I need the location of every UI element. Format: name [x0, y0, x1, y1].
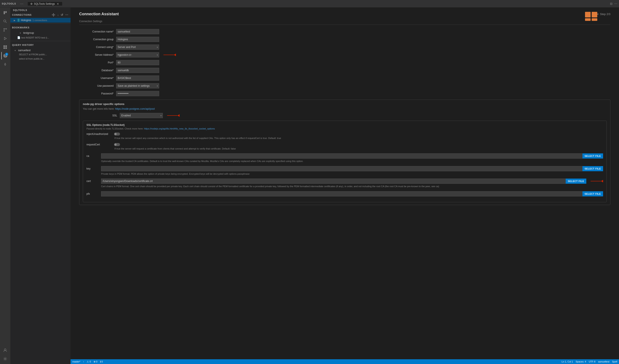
- driver-section: node-pg driver specific options You can …: [79, 100, 610, 205]
- cert-arrow-line: [591, 181, 601, 181]
- reject-unauthorized-desc: If true the server will reject any conne…: [114, 136, 603, 140]
- warnings[interactable]: ⚠ 0: [87, 360, 91, 363]
- split-editor-icon[interactable]: ⊟: [610, 2, 613, 5]
- connection-name-input[interactable]: [116, 29, 159, 34]
- sqltools-badge: 1: [5, 53, 8, 56]
- bookmark-icon: 📄: [17, 36, 20, 39]
- connect-using-row: Connect using* Server and Port: [79, 44, 610, 50]
- username-input[interactable]: [116, 75, 159, 81]
- sidebar-divider-2: [10, 41, 70, 41]
- port-row: Port*: [79, 60, 610, 65]
- server-address-select-wrapper: hgpostcn-cr-: [116, 52, 159, 57]
- query-history-header: QUERY HISTORY: [10, 42, 70, 48]
- bookmark-group-item[interactable]: ▾ testgroup: [15, 30, 70, 35]
- app-container: 1 SQLTOOLS CONNECTIONS ➕ ↓ ↺: [0, 8, 619, 364]
- connection-group-label: Connection group: [79, 38, 113, 41]
- connection-hologres[interactable]: ▶ 🗄 Hologres 1 connections: [10, 18, 70, 23]
- activity-sqltools[interactable]: 1: [1, 52, 9, 60]
- tab-settings-label: SQLTools Settings: [34, 2, 55, 5]
- request-cert-label: requestCert: [86, 143, 112, 146]
- password-row: Password*: [79, 91, 610, 96]
- port-label: Port*: [79, 61, 113, 64]
- svg-rect-10: [3, 45, 5, 47]
- connections-section: CONNECTIONS ➕ ↓ ↺ ⋯ ▶ 🗄 Hologres 1 conne…: [10, 12, 70, 23]
- port-input[interactable]: [116, 60, 159, 65]
- bookmark-group: ▾ testgroup: [10, 30, 70, 35]
- database-input[interactable]: [116, 68, 159, 73]
- server-address-row: Server Address* hgpostcn-cr-: [79, 52, 610, 57]
- activity-explorer[interactable]: [1, 9, 9, 16]
- git-branch[interactable]: master*: [72, 360, 80, 363]
- activity-source-control[interactable]: [1, 26, 9, 34]
- ca-file-input[interactable]: [101, 154, 582, 159]
- activity-account[interactable]: [1, 346, 9, 354]
- ellipsis-menu[interactable]: ⋯: [19, 1, 24, 6]
- cert-select-file-button[interactable]: SELECT FILE: [566, 179, 586, 184]
- activity-settings[interactable]: [1, 355, 9, 363]
- password-input[interactable]: [116, 91, 159, 96]
- connection-group-input[interactable]: [116, 37, 159, 42]
- logo-sq-1: [585, 12, 591, 17]
- logo-sq-3: [585, 18, 591, 21]
- activity-git[interactable]: [1, 60, 9, 68]
- connection-status[interactable]: samueltest: [598, 360, 609, 363]
- ca-desc: Optionally override the trusted CA certi…: [101, 159, 603, 163]
- ca-select-file-button[interactable]: SELECT FILE: [582, 154, 603, 159]
- driver-info-link[interactable]: https://node-postgres.com/api/pool: [115, 107, 155, 110]
- connection-db-icon: 🗄: [17, 19, 20, 22]
- title-bar-right: ⊟ ⋯: [610, 2, 617, 5]
- ssl-select[interactable]: Enabled: [120, 113, 163, 118]
- reject-unauthorized-toggle[interactable]: [114, 133, 120, 136]
- svg-marker-9: [4, 37, 6, 40]
- cert-file-input[interactable]: [101, 179, 566, 184]
- indentation[interactable]: Spaces: 4: [576, 360, 586, 363]
- connection-assistant-header: Connection Assistant < Step 2/3: [79, 12, 610, 16]
- cursor-position[interactable]: Ln 1, Col 1: [562, 360, 573, 363]
- refresh-connections-icon[interactable]: ↺: [60, 13, 64, 17]
- spell-check[interactable]: Spell: [612, 360, 617, 363]
- pfx-select-file-button[interactable]: SELECT FILE: [582, 191, 603, 196]
- ca-label: ca: [86, 154, 99, 157]
- add-connection-icon[interactable]: ➕: [51, 13, 56, 17]
- server-address-select[interactable]: hgpostcn-cr-: [116, 52, 159, 57]
- info[interactable]: ℹ 0: [100, 360, 103, 363]
- title-bar: SQLTOOLS ⋯ ⚙ SQLTools Settings ✕ ⊟ ⋯: [0, 0, 619, 8]
- ssl-options-link[interactable]: https://nodejs.org/api/tls.html#tls_new_…: [144, 127, 215, 130]
- encoding[interactable]: UTF-8: [589, 360, 595, 363]
- connect-all-icon[interactable]: ↓: [57, 13, 59, 17]
- cert-header: cert SELECT FILE: [86, 179, 603, 184]
- sync-icon[interactable]: ↑: [83, 360, 84, 363]
- query-history-label: QUERY HISTORY: [12, 44, 34, 46]
- connect-using-select-wrapper: Server and Port: [116, 44, 159, 50]
- connect-using-select[interactable]: Server and Port: [116, 44, 159, 50]
- activity-debug[interactable]: [1, 35, 9, 42]
- ssl-select-wrapper: Enabled: [120, 113, 163, 118]
- pfx-file-input[interactable]: [101, 191, 582, 196]
- key-file-input[interactable]: [101, 166, 582, 171]
- activity-extensions[interactable]: [1, 43, 9, 51]
- tab-close-button[interactable]: ✕: [56, 2, 60, 6]
- activity-search[interactable]: [1, 17, 9, 25]
- activity-bar: 1: [0, 8, 10, 364]
- title-bar-left: SQLTOOLS ⋯: [2, 1, 24, 6]
- request-cert-header: requestCert: [86, 143, 603, 146]
- svg-rect-12: [3, 47, 5, 49]
- qh-group-chevron: ▾: [15, 49, 17, 52]
- more-connections-icon[interactable]: ⋯: [65, 13, 69, 17]
- svg-point-5: [6, 28, 7, 29]
- status-bar: master* ↑ ⚠ 0 ⊗ 0 ℹ 0 Ln 1, Col 1 Spaces…: [70, 359, 619, 364]
- query-history-item-2[interactable]: select id from public.te...: [10, 57, 70, 61]
- sqtools-settings-tab[interactable]: ⚙ SQLTools Settings ✕: [28, 2, 62, 6]
- query-history-item-1[interactable]: SELECT id FROM public...: [10, 53, 70, 57]
- errors[interactable]: ⊗ 0: [94, 360, 98, 363]
- bookmarks-header: BOOKMARKS: [10, 25, 70, 30]
- use-password-select-wrapper: Save as plaintext in settings: [116, 83, 159, 88]
- use-password-select[interactable]: Save as plaintext in settings: [116, 83, 159, 88]
- query-history-group[interactable]: ▾ samueltest: [10, 48, 70, 53]
- request-cert-toggle[interactable]: [114, 143, 120, 146]
- key-select-file-button[interactable]: SELECT FILE: [582, 166, 603, 171]
- sidebar: SQLTOOLS CONNECTIONS ➕ ↓ ↺ ⋯ ▶ 🗄 Hologre…: [10, 8, 70, 364]
- bookmark-item[interactable]: 📄 test INSERT INTO test (i...: [10, 35, 70, 40]
- cert-arrow: [591, 180, 603, 182]
- more-actions-icon[interactable]: ⋯: [614, 2, 617, 5]
